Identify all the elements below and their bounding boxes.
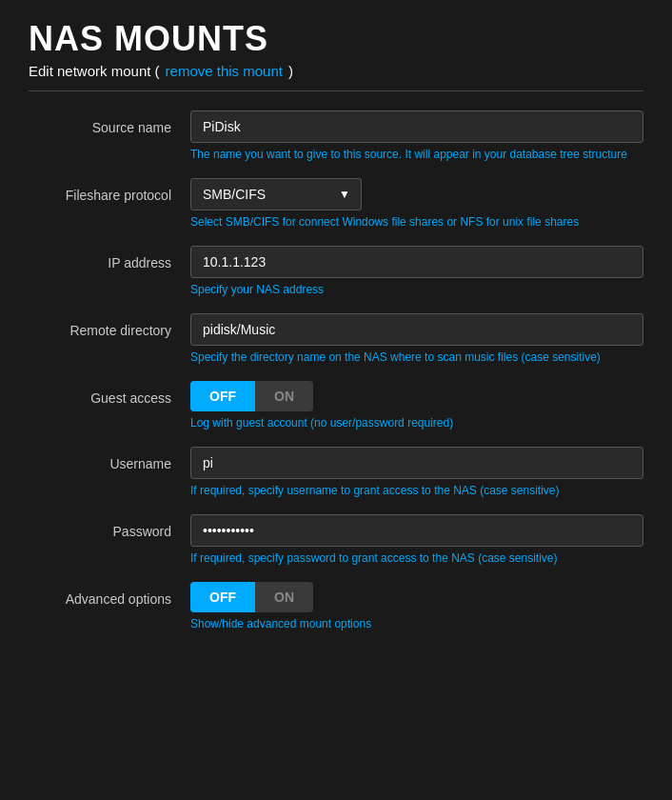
- fileshare-protocol-group: SMB/CIFS NFS ▼ Select SMB/CIFS for conne…: [190, 178, 643, 229]
- remote-directory-label: Remote directory: [29, 313, 190, 338]
- page-title: NAS MOUNTS: [29, 19, 643, 59]
- password-hint: If required, specify password to grant a…: [190, 551, 643, 565]
- password-row: Password If required, specify password t…: [29, 514, 643, 565]
- remote-directory-input[interactable]: [190, 313, 643, 346]
- username-input[interactable]: [190, 447, 643, 479]
- remote-directory-group: Specify the directory name on the NAS wh…: [190, 313, 643, 364]
- username-hint: If required, specify username to grant a…: [190, 484, 643, 497]
- fileshare-protocol-hint: Select SMB/CIFS for connect Windows file…: [190, 215, 643, 229]
- subtitle-end: ): [288, 63, 293, 79]
- password-group: If required, specify password to grant a…: [190, 514, 643, 565]
- source-name-label: Source name: [29, 110, 190, 135]
- guest-access-on-button[interactable]: ON: [255, 381, 313, 411]
- remove-mount-link[interactable]: remove this mount: [166, 63, 283, 79]
- source-name-row: Source name The name you want to give to…: [29, 110, 643, 161]
- guest-access-hint: Log with guest account (no user/password…: [190, 416, 643, 430]
- ip-address-hint: Specify your NAS address: [190, 283, 643, 296]
- username-label: Username: [29, 447, 190, 471]
- guest-access-toggle: OFF ON: [190, 381, 313, 411]
- ip-address-row: IP address Specify your NAS address: [29, 246, 643, 296]
- ip-address-input[interactable]: [190, 246, 643, 278]
- password-input[interactable]: [190, 514, 643, 547]
- advanced-options-hint: Show/hide advanced mount options: [190, 617, 643, 630]
- advanced-options-row: Advanced options OFF ON Show/hide advanc…: [29, 582, 643, 630]
- source-name-group: The name you want to give to this source…: [190, 110, 643, 161]
- advanced-options-group: OFF ON Show/hide advanced mount options: [190, 582, 643, 630]
- password-label: Password: [29, 514, 190, 539]
- advanced-options-toggle: OFF ON: [190, 582, 313, 612]
- source-name-input[interactable]: [190, 110, 643, 143]
- ip-address-label: IP address: [29, 246, 190, 270]
- username-group: If required, specify username to grant a…: [190, 447, 643, 497]
- ip-address-group: Specify your NAS address: [190, 246, 643, 296]
- fileshare-protocol-select[interactable]: SMB/CIFS NFS: [190, 178, 362, 210]
- guest-access-label: Guest access: [29, 381, 190, 406]
- fileshare-protocol-label: Fileshare protocol: [29, 178, 190, 203]
- guest-access-row: Guest access OFF ON Log with guest accou…: [29, 381, 643, 430]
- fileshare-select-wrapper: SMB/CIFS NFS ▼: [190, 178, 362, 210]
- remote-directory-row: Remote directory Specify the directory n…: [29, 313, 643, 364]
- advanced-options-label: Advanced options: [29, 582, 190, 607]
- guest-access-group: OFF ON Log with guest account (no user/p…: [190, 381, 643, 430]
- subtitle-text: Edit network mount (: [29, 63, 160, 79]
- fileshare-protocol-row: Fileshare protocol SMB/CIFS NFS ▼ Select…: [29, 178, 643, 229]
- page-container: NAS MOUNTS Edit network mount ( remove t…: [0, 0, 672, 667]
- source-name-hint: The name you want to give to this source…: [190, 148, 643, 161]
- advanced-options-on-button[interactable]: ON: [255, 582, 313, 612]
- guest-access-off-button[interactable]: OFF: [190, 381, 255, 411]
- remote-directory-hint: Specify the directory name on the NAS wh…: [190, 350, 643, 364]
- username-row: Username If required, specify username t…: [29, 447, 643, 497]
- advanced-options-off-button[interactable]: OFF: [190, 582, 255, 612]
- subtitle-bar: Edit network mount ( remove this mount ): [29, 63, 643, 91]
